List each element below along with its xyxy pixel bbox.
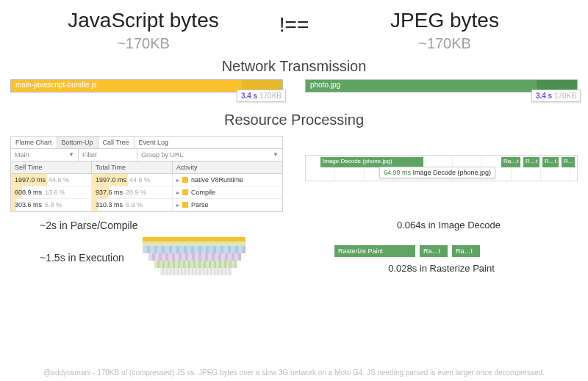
- image-decode-mini: R…t: [542, 157, 559, 167]
- cell-self-time: 1997.0 ms44.6 %: [11, 174, 92, 186]
- jpg-title: JPEG bytes: [323, 9, 566, 32]
- network-js-filename: main-javascript-bundle.js: [15, 81, 97, 89]
- expand-icon[interactable]: ▸: [176, 177, 179, 184]
- section-processing-title: Resource Processing: [0, 112, 588, 128]
- devtools-group-label: Group by URL: [141, 151, 184, 159]
- exec-right: Rasterize Paint Ra…t Ra…t 0.028s in Rast…: [305, 242, 578, 274]
- devtools-filter-row: Main ▼ Filter Group by URL ▼: [11, 149, 282, 162]
- expand-icon[interactable]: ▸: [176, 202, 179, 208]
- rasterize-block: Ra…t: [420, 245, 448, 257]
- devtools-table-header: Self Time Total Time Activity: [11, 162, 282, 174]
- image-decode-timeline: Image Decode (phone.jpg) Ra…t R…t R…t R……: [305, 155, 578, 181]
- cell-self-time: 303.6 ms6.8 %: [11, 199, 92, 211]
- image-decode-mini: R…: [562, 157, 575, 167]
- stat-js-parse: ~2s in Parse/Compile: [10, 219, 298, 231]
- processing-row: Flame Chart Bottom-Up Call Tree Event Lo…: [0, 133, 588, 212]
- header-js-col: JavaScript bytes ~170KB: [22, 9, 265, 52]
- devtools-container: Flame Chart Bottom-Up Call Tree Event Lo…: [10, 136, 283, 212]
- cell-total-time: 1997.0 ms44.6 %: [92, 174, 173, 186]
- network-jpg-col: photo.jpg 3.4 s 170KB: [305, 79, 578, 106]
- tab-flame-chart[interactable]: Flame Chart: [11, 137, 57, 148]
- scripting-color-icon: [182, 177, 188, 183]
- footer-credit: @addyosmani - 170KB of (compressed) JS v…: [0, 369, 588, 377]
- devtools-tabs: Flame Chart Bottom-Up Call Tree Event Lo…: [11, 137, 282, 149]
- devtools-panel: Flame Chart Bottom-Up Call Tree Event Lo…: [10, 136, 283, 212]
- stat-img-raster: 0.028s in Rasterize Paint: [305, 263, 578, 274]
- image-decode-mini: R…t: [523, 157, 539, 167]
- exec-row: ~1.5s in Execution Rasterize Paint Ra…t …: [0, 231, 588, 278]
- chevron-down-icon: ▼: [273, 151, 279, 159]
- header-jpg-col: JPEG bytes ~170KB: [323, 9, 566, 52]
- col-activity[interactable]: Activity: [173, 162, 282, 173]
- devtools-table-body: 1997.0 ms44.6 %1997.0 ms44.6 %▸native V8…: [11, 174, 282, 211]
- image-decode-tooltip: 64.90 ms Image Decode (phone.jpg): [379, 167, 495, 178]
- network-row: main-javascript-bundle.js 3.4 s 170KB ph…: [0, 79, 588, 106]
- cell-activity: ▸native V8Runtime: [173, 174, 282, 186]
- network-js-size: 170KB: [259, 92, 282, 100]
- tab-event-log[interactable]: Event Log: [135, 137, 173, 148]
- network-jpg-tooltip: 3.4 s 170KB: [531, 90, 581, 102]
- image-decode-panel: Image Decode (phone.jpg) Ra…t R…t R…t R……: [305, 136, 578, 212]
- expand-icon[interactable]: ▸: [176, 189, 179, 196]
- network-jpg-filename: photo.jpg: [310, 81, 340, 89]
- network-js-col: main-javascript-bundle.js 3.4 s 170KB: [10, 79, 283, 106]
- js-size: ~170KB: [22, 35, 265, 52]
- table-row[interactable]: 1997.0 ms44.6 %1997.0 ms44.6 %▸native V8…: [11, 174, 282, 186]
- devtools-filter-input[interactable]: Filter: [79, 149, 137, 161]
- jpg-size: ~170KB: [323, 35, 566, 52]
- scripting-color-icon: [182, 189, 188, 195]
- image-decode-time: 64.90 ms: [384, 169, 411, 176]
- network-js-time: 3.4 s: [241, 92, 257, 100]
- cell-activity: ▸Compile: [173, 186, 282, 198]
- scripting-color-icon: [182, 202, 188, 208]
- image-decode-block: Image Decode (phone.jpg): [320, 157, 423, 167]
- chevron-down-icon: ▼: [68, 151, 74, 159]
- exec-left: ~1.5s in Execution: [10, 237, 283, 278]
- table-row[interactable]: 303.6 ms6.8 %310.3 ms6.9 %▸Parse: [11, 199, 282, 211]
- js-title: JavaScript bytes: [22, 9, 265, 32]
- network-jpg-time: 3.4 s: [536, 92, 552, 100]
- tab-call-tree[interactable]: Call Tree: [98, 137, 135, 148]
- rasterize-block: Rasterize Paint: [334, 245, 415, 257]
- rasterize-row: Rasterize Paint Ra…t Ra…t: [334, 245, 578, 257]
- header-row: JavaScript bytes ~170KB !== JPEG bytes ~…: [0, 0, 588, 52]
- devtools-thread-select[interactable]: Main ▼: [11, 149, 79, 161]
- network-jpg-size: 170KB: [554, 92, 576, 100]
- cell-total-time: 310.3 ms6.9 %: [92, 199, 173, 211]
- cell-self-time: 608.9 ms13.6 %: [11, 186, 92, 198]
- image-decode-mini: Ra…t: [501, 157, 520, 167]
- stat-js-exec: ~1.5s in Execution: [10, 252, 128, 264]
- cell-total-time: 937.6 ms20.9 %: [92, 186, 173, 198]
- network-js-tooltip: 3.4 s 170KB: [237, 90, 286, 102]
- tab-bottom-up[interactable]: Bottom-Up: [57, 137, 98, 148]
- devtools-group-select[interactable]: Group by URL ▼: [137, 149, 282, 161]
- image-decode-tip-label: Image Decode (phone.jpg): [413, 169, 492, 176]
- cell-activity: ▸Parse: [173, 199, 282, 211]
- devtools-thread-label: Main: [15, 151, 29, 159]
- table-row[interactable]: 608.9 ms13.6 %937.6 ms20.9 %▸Compile: [11, 186, 282, 199]
- flame-chart-thumbnail: [143, 237, 245, 278]
- not-equals-symbol: !==: [265, 9, 323, 52]
- rasterize-block: Ra…t: [452, 245, 480, 257]
- section-network-title: Network Transmission: [0, 58, 588, 75]
- stats-row-1: ~2s in Parse/Compile 0.064s in Image Dec…: [0, 212, 588, 231]
- col-self-time[interactable]: Self Time: [11, 162, 92, 173]
- stat-img-decode: 0.064s in Image Decode: [320, 219, 578, 231]
- col-total-time[interactable]: Total Time: [92, 162, 173, 173]
